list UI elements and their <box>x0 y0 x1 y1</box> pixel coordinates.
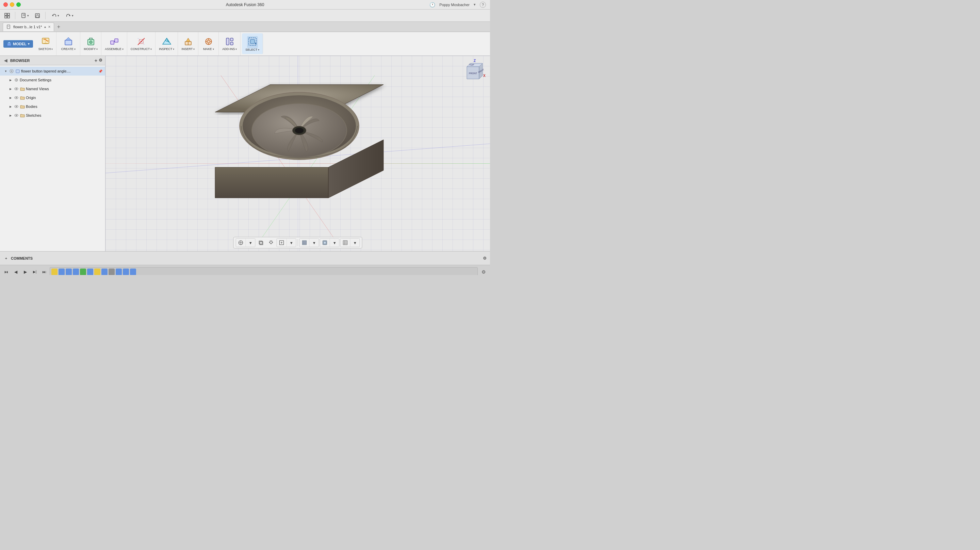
modify-button[interactable]: MODIFY ▾ <box>82 36 99 51</box>
visual-style-button[interactable] <box>320 239 330 247</box>
timeline-rewind-button[interactable]: ⏮ <box>2 268 10 275</box>
timeline-marker[interactable] <box>108 269 115 275</box>
create-button[interactable]: CREATE ▾ <box>60 36 77 51</box>
ribbon-section-create: CREATE ▾ <box>56 32 80 56</box>
timeline-marker[interactable] <box>130 269 136 275</box>
insert-button[interactable]: INSERT ▾ <box>180 36 196 51</box>
position-chevron[interactable]: ▾ <box>246 239 255 247</box>
tree-item-sketches-label: Sketches <box>26 113 102 117</box>
svg-text:FRONT: FRONT <box>469 72 477 75</box>
svg-point-56 <box>16 88 17 89</box>
tree-item-bodies[interactable]: ▶ Bodies <box>0 102 105 111</box>
timeline-marker[interactable] <box>94 269 100 275</box>
sketches-arrow[interactable]: ▶ <box>8 113 13 118</box>
doc-settings-arrow[interactable]: ▶ <box>8 78 13 82</box>
display-chevron[interactable]: ▾ <box>309 239 319 247</box>
zoom-fit-button[interactable] <box>277 239 286 247</box>
new-tab-button[interactable]: + <box>55 23 62 30</box>
timeline-marker[interactable] <box>59 269 65 275</box>
svg-point-60 <box>16 106 17 107</box>
viewport[interactable]: Z X TOP FRONT RIGHT <box>105 56 490 251</box>
named-views-visibility[interactable] <box>14 86 19 92</box>
tree-item-doc-settings[interactable]: ▶ Document Settings <box>0 76 105 84</box>
svg-marker-36 <box>186 38 190 41</box>
timeline-next-button[interactable]: ▶| <box>30 268 39 275</box>
user-name[interactable]: Poppy Mosbacher <box>439 3 469 7</box>
ribbon: MODEL ▾ SKETCH ▾ <box>0 32 490 56</box>
timeline-marker[interactable] <box>123 269 129 275</box>
svg-rect-51 <box>16 70 19 73</box>
timeline-marker[interactable] <box>80 269 86 275</box>
grid-display-chevron[interactable]: ▾ <box>350 239 360 247</box>
comments-settings[interactable]: ⚙ <box>483 256 487 261</box>
sketches-visibility[interactable] <box>14 113 19 118</box>
addins-button[interactable]: ADD-INS ▾ <box>221 36 238 51</box>
svg-rect-2 <box>5 16 7 18</box>
undo-button[interactable]: ▾ <box>49 11 61 20</box>
grid-button[interactable] <box>3 11 11 20</box>
bodies-arrow[interactable]: ▶ <box>8 104 13 109</box>
tab-close-button[interactable]: × <box>48 24 50 29</box>
redo-button[interactable]: ▾ <box>63 11 76 20</box>
timeline-marker[interactable] <box>87 269 93 275</box>
browser-settings-button[interactable]: ⚙ <box>99 58 102 63</box>
grid-display-button[interactable] <box>340 239 350 247</box>
help-icon[interactable]: ? <box>480 2 486 8</box>
tree-root-visibility[interactable] <box>9 69 14 74</box>
save-button[interactable] <box>33 11 42 20</box>
svg-point-62 <box>16 115 17 116</box>
timeline-marker[interactable] <box>51 269 57 275</box>
timeline-end-button[interactable]: ⏭ <box>40 268 48 275</box>
history-icon[interactable]: 🕐 <box>430 2 435 8</box>
svg-rect-87 <box>259 241 262 244</box>
make-button[interactable]: MAKE ▾ <box>202 36 215 51</box>
file-button[interactable]: ▾ <box>19 11 31 20</box>
tree-item-origin[interactable]: ▶ Origin <box>0 93 105 102</box>
svg-rect-92 <box>302 241 307 245</box>
bodies-visibility[interactable] <box>14 104 19 109</box>
timeline-settings-button[interactable]: ⚙ <box>479 268 488 275</box>
construct-button[interactable]: CONSTRUCT ▾ <box>129 36 153 51</box>
window-controls <box>3 2 21 7</box>
toolbar-divider-1 <box>298 239 298 246</box>
view-cube[interactable]: Z X TOP FRONT RIGHT <box>460 59 487 86</box>
tree-item-sketches[interactable]: ▶ Sketches <box>0 111 105 120</box>
sketch-button[interactable]: SKETCH ▾ <box>37 36 54 51</box>
visual-chevron[interactable]: ▾ <box>330 239 339 247</box>
named-views-arrow[interactable]: ▶ <box>8 86 13 91</box>
inspect-button[interactable]: INSPECT ▾ <box>158 36 176 51</box>
close-button[interactable] <box>3 2 8 7</box>
svg-rect-46 <box>231 42 233 45</box>
tree-root-item[interactable]: ▼ flower button tapered angle.... 📌 <box>0 67 105 76</box>
origin-visibility[interactable] <box>14 95 19 100</box>
document-tab[interactable]: flower b...le 1 v1* ● × <box>3 22 54 31</box>
ribbon-section-insert: INSERT ▾ <box>178 32 198 56</box>
timeline-prev-button[interactable]: ◀ <box>11 268 20 275</box>
comments-expand-button[interactable]: + <box>3 256 9 261</box>
select-button[interactable]: SELECT ▾ <box>244 35 261 52</box>
browser-collapse-button[interactable]: ◀ <box>3 58 8 63</box>
browser-plus-button[interactable]: + <box>95 58 97 63</box>
position-button[interactable] <box>236 239 246 247</box>
tree-root-arrow[interactable]: ▼ <box>3 69 8 73</box>
timeline-play-button[interactable]: ▶ <box>21 268 29 275</box>
pan-button[interactable] <box>266 239 276 247</box>
timeline-marker[interactable] <box>116 269 122 275</box>
svg-rect-45 <box>231 38 233 41</box>
ribbon-section-construct: CONSTRUCT ▾ <box>127 32 156 56</box>
display-mode-button[interactable] <box>300 239 309 247</box>
timeline-marker[interactable] <box>73 269 79 275</box>
maximize-button[interactable] <box>16 2 21 7</box>
minimize-button[interactable] <box>10 2 14 7</box>
model-workspace-button[interactable]: MODEL ▾ <box>3 40 33 48</box>
timeline-marker[interactable] <box>66 269 72 275</box>
tree-item-named-views[interactable]: ▶ Named Views <box>0 84 105 93</box>
svg-marker-15 <box>8 42 11 43</box>
zoom-chevron[interactable]: ▾ <box>286 239 296 247</box>
assemble-button[interactable]: ASSEMBLE ▾ <box>103 36 125 51</box>
top-toolbar: ▾ ▾ ▾ <box>0 10 490 22</box>
svg-rect-44 <box>226 38 229 45</box>
timeline-marker[interactable] <box>102 269 108 275</box>
origin-arrow[interactable]: ▶ <box>8 95 13 100</box>
grid-copy-button[interactable] <box>256 239 266 247</box>
